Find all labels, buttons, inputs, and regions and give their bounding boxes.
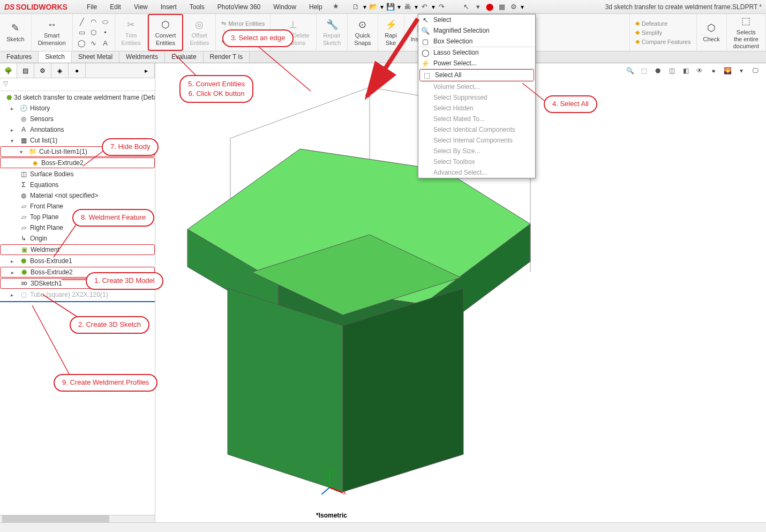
line-icon[interactable]: ╱ [77, 17, 87, 27]
defeature-button[interactable]: ◆Defeature [633, 19, 670, 28]
point-icon[interactable]: • [101, 28, 110, 38]
panel-scrollbar-h[interactable] [0, 515, 155, 522]
select-dropdown-icon[interactable]: ▾ [474, 2, 483, 12]
callout-convert-ok: 5. Convert Entities 6. Click OK button [179, 75, 253, 103]
sketch3d-icon: 3D [20, 279, 28, 288]
repair-icon: 🔧 [326, 18, 339, 31]
folder-icon: 📁 [28, 147, 37, 156]
select-menu-item[interactable]: 🔍Magnified Selection [418, 25, 535, 36]
document-title: 3d sketch transfer to create weldment fr… [605, 3, 762, 11]
select-menu-item[interactable]: ◯Lasso Selection [418, 47, 535, 58]
feature-filter[interactable]: ▽ [0, 78, 155, 91]
app-logo: DS SOLIDWORKS [4, 3, 67, 11]
callout-select-all: 4. Select All [544, 95, 597, 113]
menu-tools[interactable]: Tools [185, 2, 209, 12]
select-menu-item[interactable]: ⚡Power Select... [418, 58, 535, 69]
select-menu-item: Select Suppressed [418, 92, 535, 103]
select-menu-item: Select Internal Components [418, 135, 535, 146]
callout-create-3d-sketch: 2. Create 3D Sketch [70, 316, 149, 334]
tab-sketch[interactable]: Sketch [39, 51, 72, 63]
panel-tab-dimxpert[interactable]: ◈ [51, 63, 69, 78]
tree-sensors[interactable]: ◎Sensors [0, 114, 155, 124]
convert-entities-button[interactable]: ⬡Convert Entities [152, 17, 179, 47]
selects-icon: ⬚ [740, 15, 753, 28]
slot-icon[interactable]: ⬭ [101, 17, 110, 27]
selects-document-button[interactable]: ⬚Selects the entire document [730, 14, 762, 51]
tube-icon: ▢ [19, 290, 28, 299]
cutlist-icon: ▦ [19, 136, 28, 145]
repair-sketch-button[interactable]: 🔧Repair Sketch [320, 17, 344, 47]
sensors-icon: ◎ [19, 115, 28, 123]
callout-create-3d-model: 1. Create 3D Model [86, 272, 163, 290]
panel-collapse-icon[interactable]: ▸ [138, 63, 155, 78]
menu-window[interactable]: Window [269, 2, 301, 12]
plane-icon: ▱ [19, 202, 28, 211]
tree-annotations[interactable]: ▸AAnnotations [0, 124, 155, 135]
ds-logo-icon: DS [4, 3, 14, 11]
circle-icon[interactable]: ◯ [77, 39, 87, 48]
weldment-icon: ▣ [20, 245, 28, 254]
menu-photoview[interactable]: PhotoView 360 [213, 2, 265, 12]
open-icon[interactable]: 📂 [369, 2, 378, 12]
options-icon[interactable]: ▦ [497, 2, 507, 12]
panel-tabs: 🌳 ▤ ⚙ ◈ ● ▸ [0, 63, 155, 78]
smart-dimension-button[interactable]: ↔Smart Dimension [35, 17, 69, 47]
history-icon: 🕘 [19, 104, 28, 113]
tab-features[interactable]: Features [0, 51, 39, 63]
menu-bar: File Edit View Insert Tools PhotoView 36… [82, 2, 341, 12]
tree-material[interactable]: ◍Material <not specified> [0, 190, 155, 201]
tree-root[interactable]: ⬣3d sketch transfer to create weldment f… [0, 92, 155, 103]
print-icon[interactable]: 🖶 [403, 2, 412, 12]
status-bar [0, 522, 766, 532]
tree-boss-extrude2-child[interactable]: ◆Boss-Extrude2 [0, 158, 155, 168]
menu-view[interactable]: View [130, 2, 152, 12]
svg-text:Y: Y [331, 469, 334, 474]
sketch-button[interactable]: ✎Sketch [3, 21, 28, 44]
rect-icon[interactable]: ▭ [77, 28, 87, 38]
view-name-label: *Isometric [316, 512, 347, 519]
compare-features-button[interactable]: ◆Compare Features [633, 37, 693, 46]
text-icon[interactable]: A [101, 39, 110, 48]
select-menu-item: Volume Select... [418, 81, 535, 92]
select-cursor-icon[interactable]: ↖ [462, 2, 471, 12]
tree-history[interactable]: ▸🕘History [0, 103, 155, 114]
trim-entities-button[interactable]: ✂Trim Entities [118, 17, 144, 47]
panel-tab-property[interactable]: ▤ [17, 63, 34, 78]
polygon-icon[interactable]: ⬡ [89, 28, 99, 38]
undo-icon[interactable]: ↶ [420, 2, 430, 12]
simplify-button[interactable]: ◆Simplify [633, 28, 665, 37]
check-button[interactable]: ⬡Check [700, 21, 723, 44]
panel-tab-config[interactable]: ⚙ [34, 63, 51, 78]
tab-sheet-metal[interactable]: Sheet Metal [72, 51, 119, 63]
origin-icon: ↳ [19, 234, 28, 243]
arc-icon[interactable]: ◠ [89, 17, 99, 27]
select-menu-item[interactable]: ⬚Select All [420, 70, 534, 81]
callout-line [51, 220, 80, 260]
tree-surface-bodies[interactable]: ◫Surface Bodies [0, 169, 155, 179]
select-menu-item[interactable]: ▢Box Selection [418, 36, 535, 47]
gear-icon[interactable]: ⚙ [509, 2, 519, 12]
select-menu-item: Select Hidden [418, 103, 535, 114]
redo-icon[interactable]: ↷ [437, 2, 447, 12]
search-icon[interactable]: ★ [331, 2, 341, 11]
menu-insert[interactable]: Insert [156, 2, 181, 12]
tree-equations[interactable]: ΣEquations [0, 179, 155, 190]
solid-icon: ◆ [31, 159, 39, 167]
panel-tab-feature-tree[interactable]: 🌳 [0, 63, 17, 78]
new-icon[interactable]: 🗋 [351, 2, 361, 12]
menu-file[interactable]: File [82, 2, 101, 12]
extrude-icon: ⬣ [20, 268, 28, 276]
select-menu-item[interactable]: ↖Select [418, 14, 535, 25]
spline-icon[interactable]: ∿ [89, 39, 99, 48]
save-icon[interactable]: 💾 [386, 2, 395, 12]
menu-help[interactable]: Help [305, 2, 327, 12]
offset-entities-button[interactable]: ◎Offset Entities [186, 17, 212, 47]
menu-edit[interactable]: Edit [106, 2, 125, 12]
panel-tab-display[interactable]: ● [69, 63, 86, 78]
tab-render-tools[interactable]: Render T ls [204, 51, 250, 63]
view-triad[interactable]: Y X [321, 469, 348, 496]
rebuild-icon[interactable]: ⬤ [485, 2, 495, 12]
tab-weldments[interactable]: Weldments [119, 51, 165, 63]
svg-line-10 [329, 488, 343, 493]
mirror-entities-button[interactable]: ⇋Mirror Entities [219, 19, 267, 28]
